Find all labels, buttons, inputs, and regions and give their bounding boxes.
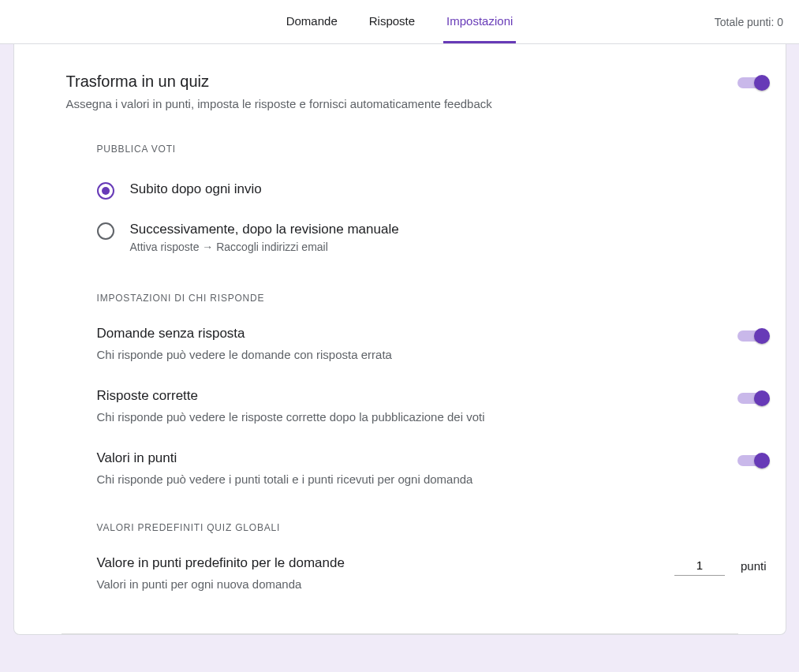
- tab-questions[interactable]: Domande: [283, 0, 341, 43]
- release-grades-group: Subito dopo ogni invio Successivamente, …: [14, 164, 786, 271]
- release-immediately-option[interactable]: Subito dopo ogni invio: [97, 170, 767, 211]
- total-points-label: Totale punti: 0: [715, 16, 783, 28]
- radio-selected-icon: [97, 182, 114, 200]
- tabs: Domande Risposte Impostazioni: [283, 0, 517, 43]
- default-points-row: Valore in punti predefinito per le doman…: [14, 543, 786, 618]
- correct-answers-toggle[interactable]: [737, 393, 767, 404]
- missed-questions-title: Domande senza risposta: [97, 326, 712, 342]
- release-immediately-label: Subito dopo ogni invio: [130, 181, 262, 197]
- point-values-toggle[interactable]: [737, 455, 767, 466]
- correct-answers-title: Risposte corrette: [97, 388, 712, 404]
- release-later-sub: Attiva risposte → Raccogli indirizzi ema…: [130, 241, 399, 253]
- quiz-toggle-title: Trasforma in un quiz: [66, 73, 712, 91]
- quiz-toggle-sub: Assegna i valori in punti, imposta le ri…: [66, 95, 712, 112]
- missed-questions-row: Domande senza risposta Chi risponde può …: [14, 313, 786, 375]
- default-points-sub: Valori in punti per ogni nuova domanda: [97, 576, 345, 592]
- radio-unselected-icon: [97, 222, 114, 240]
- quiz-toggle-row: Trasforma in un quiz Assegna i valori in…: [14, 63, 786, 121]
- default-points-input[interactable]: [674, 555, 725, 576]
- release-grades-heading: PUBBLICA VOTI: [14, 121, 786, 164]
- point-values-row: Valori in punti Chi risponde può vedere …: [14, 438, 786, 500]
- correct-answers-row: Risposte corrette Chi risponde può veder…: [14, 375, 786, 438]
- divider: [62, 633, 738, 634]
- point-values-sub: Chi risponde può vedere i punti totali e…: [97, 471, 712, 487]
- quiz-defaults-heading: VALORI PREDEFINITI QUIZ GLOBALI: [14, 500, 786, 543]
- missed-questions-toggle[interactable]: [737, 330, 767, 342]
- release-later-label: Successivamente, dopo la revisione manua…: [130, 222, 399, 237]
- tab-responses[interactable]: Risposte: [366, 0, 418, 43]
- point-values-title: Valori in punti: [97, 450, 712, 466]
- default-points-title: Valore in punti predefinito per le doman…: [97, 555, 345, 571]
- release-later-option[interactable]: Successivamente, dopo la revisione manua…: [97, 211, 767, 264]
- tab-settings[interactable]: Impostazioni: [443, 0, 516, 43]
- settings-card: Trasforma in un quiz Assegna i valori in…: [13, 44, 786, 635]
- top-bar: Domande Risposte Impostazioni Totale pun…: [0, 0, 799, 44]
- correct-answers-sub: Chi risponde può vedere le risposte corr…: [97, 409, 712, 425]
- quiz-toggle[interactable]: [737, 77, 767, 88]
- missed-questions-sub: Chi risponde può vedere le domande con r…: [97, 346, 712, 363]
- respondent-settings-heading: IMPOSTAZIONI DI CHI RISPONDE: [14, 271, 786, 313]
- default-points-unit: punti: [741, 559, 767, 573]
